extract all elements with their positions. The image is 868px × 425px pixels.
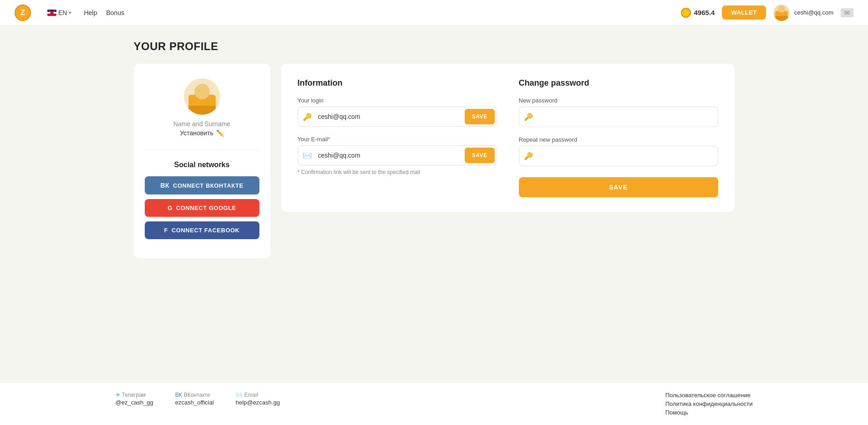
telegram-icon: ✈ (116, 392, 120, 398)
email-hint: * Confirmation link will be sent to the … (298, 169, 497, 175)
key-repeat-icon: 🔑 (524, 152, 533, 160)
set-name-link[interactable]: Установить ✏️ (180, 129, 223, 137)
new-password-label: New password (519, 97, 718, 104)
password-section-title: Change password (519, 78, 718, 88)
profile-layout: Name and Surname Установить ✏️ Social ne… (134, 64, 735, 258)
footer-telegram: ✈ Телеграм @ez_cash_gg (116, 392, 153, 406)
repeat-password-row: 🔑 (519, 146, 718, 166)
email-label: Your E-mail* (298, 136, 497, 143)
avatar-large (184, 78, 220, 115)
footer-links: Пользовательское соглашение Политика кон… (665, 392, 753, 416)
wallet-button[interactable]: WALLET (722, 5, 766, 20)
login-input-row: 🔑 SAVE (298, 107, 497, 127)
save-login-button[interactable]: SAVE (465, 109, 495, 124)
form-columns: Information Your login 🔑 SAVE Your E-mai… (298, 78, 718, 197)
name-label: Name and Surname (173, 120, 230, 128)
vk-value[interactable]: ezcash_official (175, 399, 214, 406)
info-section-title: Information (298, 78, 497, 88)
lang-flag-icon (47, 10, 56, 16)
email-input[interactable] (316, 146, 463, 164)
social-section: Social networks ВК CONNECT ВКОНТАКТЕ G C… (145, 149, 259, 239)
social-title: Social networks (145, 161, 259, 169)
login-input[interactable] (316, 108, 463, 126)
telegram-label: ✈ Телеграм (116, 392, 153, 398)
footer-inner: ✈ Телеграм @ez_cash_gg ВК ВКонтакте ezca… (116, 392, 753, 416)
left-panel: Name and Surname Установить ✏️ Social ne… (134, 64, 270, 258)
info-column: Information Your login 🔑 SAVE Your E-mai… (298, 78, 497, 197)
connect-google-button[interactable]: G CONNECT GOOGLE (145, 199, 259, 217)
email-footer-label: ✉️ Email (236, 392, 280, 398)
vk-label: ВК ВКонтакте (175, 392, 214, 398)
avatar-body-large (188, 95, 216, 115)
telegram-value[interactable]: @ez_cash_gg (116, 399, 153, 406)
balance-amount: 4965.4 (694, 9, 715, 16)
nav-help[interactable]: Help (84, 9, 97, 16)
avatar-section: Name and Surname Установить ✏️ (145, 78, 259, 137)
lang-selector[interactable]: EN ▾ (44, 7, 75, 18)
footer-link-terms[interactable]: Пользовательское соглашение (665, 392, 753, 399)
email-footer-value[interactable]: help@ezcash.gg (236, 399, 280, 406)
user-email: ceshi@qq.com (794, 9, 833, 16)
key-login-icon: 🔑 (298, 113, 316, 121)
new-password-input[interactable] (536, 113, 713, 121)
logo[interactable]: Z (15, 5, 31, 21)
footer-link-help[interactable]: Помощь (665, 409, 753, 416)
right-panel: Information Your login 🔑 SAVE Your E-mai… (281, 64, 735, 212)
header-right: 4965.4 WALLET ceshi@qq.com ✉ (681, 5, 853, 21)
email-input-row: ✉️ SAVE (298, 145, 497, 165)
save-email-button[interactable]: SAVE (465, 148, 495, 163)
key-new-icon: 🔑 (524, 113, 533, 121)
password-column: Change password New password 🔑 Repeat ne… (519, 78, 718, 197)
footer-link-privacy[interactable]: Политика конфиденциальности (665, 400, 753, 407)
avatar (773, 5, 790, 21)
connect-vk-button[interactable]: ВК CONNECT ВКОНТАКТЕ (145, 176, 259, 195)
avatar-head (778, 5, 785, 13)
save-password-button[interactable]: SAVE (519, 177, 718, 197)
mail-footer-icon: ✉️ (236, 392, 243, 398)
footer: ✈ Телеграм @ez_cash_gg ВК ВКонтакте ezca… (0, 382, 868, 425)
footer-vk: ВК ВКонтакте ezcash_official (175, 392, 214, 406)
coin-balance: 4965.4 (681, 8, 715, 18)
page-title: YOUR PROFILE (134, 40, 735, 53)
email-required: * (328, 136, 330, 143)
message-icon[interactable]: ✉ (841, 8, 853, 17)
chevron-down-icon: ▾ (69, 10, 71, 15)
nav: EN ▾ Help Bonus (44, 7, 124, 18)
new-password-row: 🔑 (519, 107, 718, 127)
nav-bonus[interactable]: Bonus (106, 9, 124, 16)
header: Z EN ▾ Help Bonus 4965.4 WALLET ceshi@qq… (0, 0, 868, 26)
pencil-icon: ✏️ (216, 129, 224, 137)
login-label: Your login (298, 97, 497, 104)
repeat-password-label: Repeat new password (519, 136, 718, 143)
facebook-icon: f (164, 227, 168, 234)
connect-facebook-button[interactable]: f CONNECT FACEBOOK (145, 221, 259, 239)
google-icon: G (168, 205, 173, 211)
avatar-head-large (194, 84, 210, 99)
lang-label: EN (58, 9, 67, 16)
avatar-body (775, 11, 788, 21)
main-content: YOUR PROFILE Name and Surname Установить… (116, 26, 753, 382)
vk-icon: ВК (160, 182, 169, 189)
footer-email: ✉️ Email help@ezcash.gg (236, 392, 280, 406)
email-icon: ✉️ (298, 151, 316, 160)
coin-icon (681, 8, 691, 18)
vk-footer-icon: ВК (175, 392, 182, 398)
repeat-password-input[interactable] (536, 153, 713, 160)
user-area[interactable]: ceshi@qq.com (773, 5, 833, 21)
